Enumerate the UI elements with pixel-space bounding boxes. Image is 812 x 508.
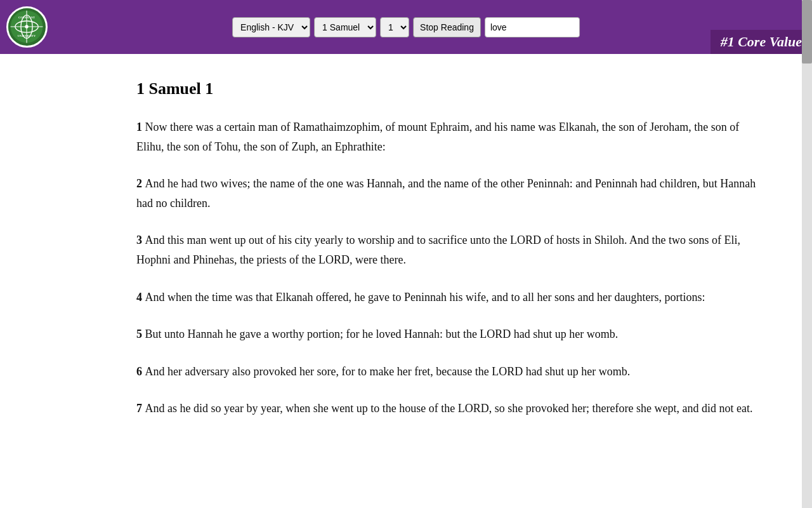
- language-select[interactable]: English - KJVEnglish - NIVSpanish: [232, 17, 310, 37]
- header: COVENANT UNIVERSITY English - KJVEnglish…: [0, 0, 812, 54]
- verses-container: 1 Now there was a certain man of Ramatha…: [136, 117, 761, 418]
- verse-number: 5: [136, 328, 145, 340]
- verse-number: 3: [136, 234, 145, 246]
- logo-area: COVENANT UNIVERSITY: [6, 6, 48, 48]
- verse-4: 4 And when the time was that Elkanah off…: [136, 288, 761, 307]
- search-input[interactable]: [485, 17, 580, 37]
- verse-number: 1: [136, 121, 145, 133]
- main-content: 1 Samuel 1 1 Now there was a certain man…: [0, 54, 799, 462]
- verse-number: 7: [136, 402, 145, 415]
- chapter-select[interactable]: 12345: [380, 17, 409, 37]
- svg-text:UNIVERSITY: UNIVERSITY: [18, 34, 36, 37]
- core-value-text: #1 Core Value: [721, 34, 802, 50]
- verse-number: 6: [136, 365, 145, 378]
- verse-number: 2: [136, 177, 145, 190]
- svg-text:COVENANT: COVENANT: [18, 16, 35, 19]
- logo-svg: COVENANT UNIVERSITY: [8, 6, 46, 48]
- verse-number: 4: [136, 291, 145, 304]
- verse-3: 3 And this man went up out of his city y…: [136, 231, 761, 269]
- book-title: 1 Samuel 1: [136, 79, 761, 98]
- verse-5: 5 But unto Hannah he gave a worthy porti…: [136, 324, 761, 344]
- controls-area: English - KJVEnglish - NIVSpanish 1 Samu…: [232, 17, 580, 37]
- verse-6: 6 And her adversary also provoked her so…: [136, 362, 761, 382]
- verse-1: 1 Now there was a certain man of Ramatha…: [136, 117, 761, 156]
- logo-circle: COVENANT UNIVERSITY: [6, 6, 48, 48]
- scrollbar[interactable]: [802, 0, 812, 508]
- scrollbar-thumb[interactable]: [802, 0, 812, 64]
- verse-7: 7 And as he did so year by year, when sh…: [136, 399, 761, 418]
- core-value-banner: #1 Core Value: [710, 30, 812, 54]
- book-select[interactable]: 1 SamuelGenesisPsalms: [314, 17, 376, 37]
- stop-reading-button[interactable]: Stop Reading: [413, 17, 481, 37]
- verse-2: 2 And he had two wives; the name of the …: [136, 174, 761, 213]
